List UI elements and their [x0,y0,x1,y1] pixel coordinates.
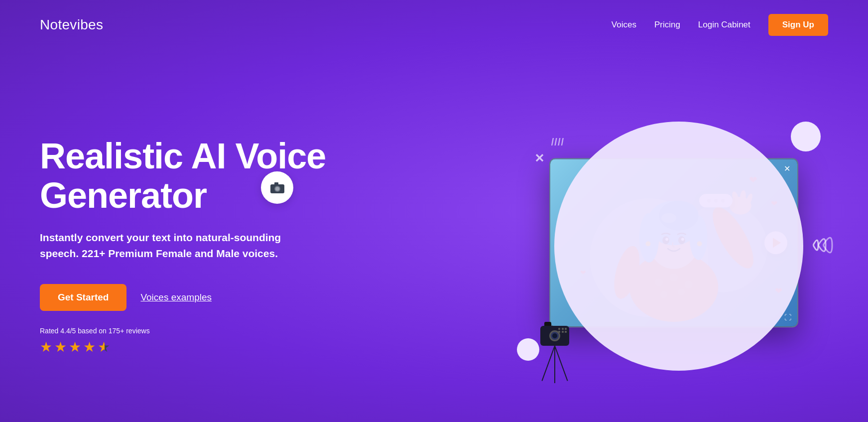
hero-subtitle: Instantly convert your text into natural… [40,230,289,262]
svg-rect-3 [274,182,278,185]
circle-decoration-large [554,122,803,371]
star-3: ★ [69,339,81,355]
voices-examples-link[interactable]: Voices examples [140,292,212,303]
circle-decoration-small-bl [517,338,539,361]
star-2: ★ [54,339,67,355]
get-started-button[interactable]: Get Started [40,284,126,311]
stars-row: ★ ★ ★ ★ ★ ★ [40,339,326,355]
hero-title-line1: Realistic AI Voice [40,136,326,176]
hero-section: Realistic AI Voice Generator Instantly c… [0,50,868,422]
svg-point-2 [275,187,279,191]
nav-login-cabinet[interactable]: Login Cabinet [698,20,750,30]
fullscreen-icon[interactable]: ⛶ [784,313,791,321]
deco-lines: //// [551,137,564,148]
hero-illustration: ✕ //// ✕ [326,92,828,401]
rating-container: Rated 4.4/5 based on 175+ reviews ★ ★ ★ … [40,327,326,355]
navigation: Notevibes Voices Pricing Login Cabinet S… [0,0,868,50]
hero-title-line2: Generator [40,175,207,215]
camera-tripod [540,326,569,386]
star-half: ★ ★ [98,339,110,355]
nav-pricing[interactable]: Pricing [654,20,680,30]
star-1: ★ [40,339,52,355]
camera-float-icon [261,171,293,204]
nav-voices[interactable]: Voices [612,20,636,30]
signup-button[interactable]: Sign Up [768,14,828,36]
hero-content-left: Realistic AI Voice Generator Instantly c… [40,137,326,355]
sound-waves [808,230,833,262]
cta-row: Get Started Voices examples [40,284,326,311]
nav-links: Voices Pricing Login Cabinet Sign Up [612,14,828,36]
star-4: ★ [83,339,96,355]
rating-text: Rated 4.4/5 based on 175+ reviews [40,327,326,335]
deco-x: ✕ [534,151,544,165]
video-close-button[interactable]: ✕ [784,164,790,173]
logo[interactable]: Notevibes [40,17,103,33]
circle-decoration-small-tr [791,122,821,151]
